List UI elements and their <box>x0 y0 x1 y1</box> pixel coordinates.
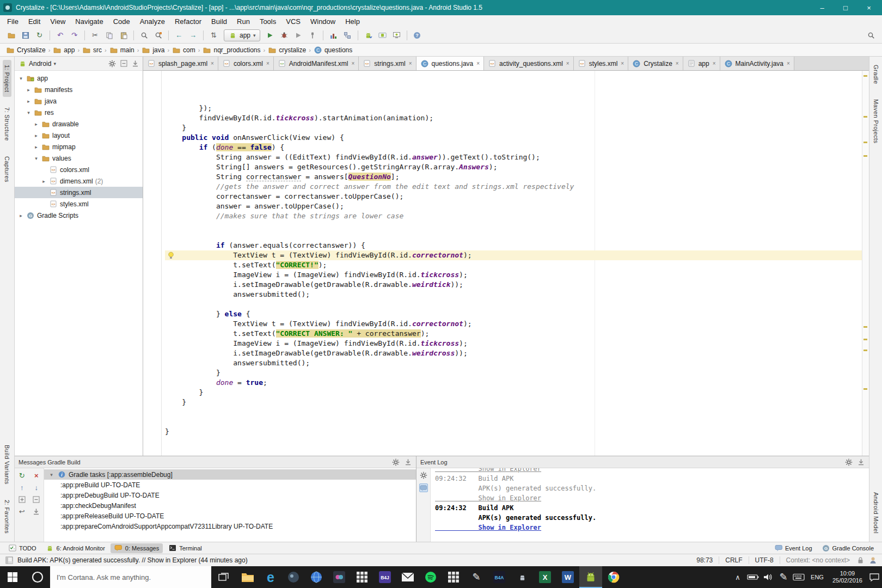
search-everywhere-icon[interactable] <box>864 29 878 42</box>
menu-window[interactable]: Window <box>305 16 340 27</box>
close-tab-icon[interactable]: × <box>566 60 569 66</box>
maximize-button[interactable]: □ <box>836 1 855 14</box>
breadcrumb-main[interactable]: main <box>108 45 136 55</box>
taskbar-b4a[interactable]: B4A <box>488 566 511 588</box>
taskbar-edge-browser[interactable]: e <box>259 566 282 588</box>
tab-splash-page-xml[interactable]: <>splash_page.xml× <box>143 57 218 70</box>
previous-occurrence-icon[interactable]: ↑ <box>17 483 26 492</box>
taskbar-app-grid[interactable] <box>351 566 373 588</box>
code-editor[interactable]: }); findViewById(R.id.tickcross).startAn… <box>143 71 869 456</box>
toolwindow-button-6-android-monitor[interactable]: 6: Android Monitor <box>42 543 109 553</box>
redo-icon[interactable]: ↷ <box>68 29 81 42</box>
tool-button-build-variants[interactable]: Build Variants <box>3 440 11 489</box>
warning-stripe-mark[interactable] <box>863 116 867 118</box>
event-log-entry[interactable]: Show in Explorer <box>435 493 865 503</box>
settings-gear-icon[interactable] <box>391 458 400 467</box>
replace-icon[interactable] <box>151 29 165 42</box>
toolwindow-button-terminal[interactable]: Terminal <box>164 543 206 553</box>
breadcrumb-nqr-productions[interactable]: nqr_productions <box>201 45 262 55</box>
keyboard-icon[interactable] <box>791 566 806 588</box>
event-log-entry[interactable]: Show in Explorer <box>435 523 865 532</box>
expand-arrow-icon[interactable]: ▸ <box>18 213 24 218</box>
menu-vcs[interactable]: VCS <box>281 16 305 27</box>
menu-view[interactable]: View <box>45 16 70 27</box>
build-task-row[interactable]: :app:prepareComAndroidSupportAppcompatV7… <box>44 521 416 531</box>
build-task-row[interactable]: :app:preBuild UP-TO-DATE <box>44 480 416 490</box>
stop-icon[interactable]: × <box>32 471 41 480</box>
copy-icon[interactable] <box>102 29 116 42</box>
taskbar-excel[interactable]: X <box>534 566 556 588</box>
warning-stripe-mark[interactable] <box>863 326 867 328</box>
warning-stripe-mark[interactable] <box>863 142 867 143</box>
tab-strings-xml[interactable]: <>strings.xml× <box>359 57 416 70</box>
menu-edit[interactable]: Edit <box>23 16 45 27</box>
undo-icon[interactable]: ↶ <box>53 29 67 42</box>
close-tab-icon[interactable]: × <box>621 60 624 66</box>
close-tab-icon[interactable]: × <box>713 60 716 66</box>
tab-app[interactable]: app× <box>683 57 720 70</box>
expand-arrow-icon[interactable]: ▾ <box>26 110 32 115</box>
forward-icon[interactable]: → <box>186 29 200 42</box>
synchronize-icon[interactable]: ↻ <box>33 29 46 42</box>
collapse-all-icon[interactable] <box>32 495 41 504</box>
tool-button-1-project[interactable]: 1: Project <box>3 60 11 97</box>
breadcrumb-java[interactable]: java <box>140 45 166 55</box>
build-task-row[interactable]: :app:preDebugBuild UP-TO-DATE <box>44 490 416 500</box>
tool-button-gradle[interactable]: Gradle <box>872 60 880 89</box>
tree-item-colors-xml[interactable]: <>colors.xml <box>15 164 143 175</box>
tree-item-app[interactable]: ▾app <box>15 72 143 84</box>
hide-panel-icon[interactable] <box>403 458 412 467</box>
tool-button-2-favorites[interactable]: 2: Favorites <box>3 495 11 538</box>
tab-questions-java[interactable]: Cquestions.java× <box>416 57 485 70</box>
run-configuration-select[interactable]: app ▾ <box>224 29 260 41</box>
avd-manager-icon[interactable] <box>376 29 389 42</box>
tool-button-captures[interactable]: Captures <box>3 151 11 187</box>
battery-icon[interactable] <box>745 566 761 588</box>
breadcrumb-src[interactable]: src <box>81 45 103 55</box>
event-log-entry[interactable]: Show in Explorer <box>435 468 865 474</box>
toolwindow-button-gradle-console[interactable]: GGradle Console <box>818 543 878 553</box>
lock-icon[interactable] <box>856 556 865 565</box>
tree-item-gradle-scripts[interactable]: ▸GGradle Scripts <box>15 210 143 221</box>
toolwindow-button-todo[interactable]: TODO <box>4 543 40 553</box>
menu-run[interactable]: Run <box>232 16 255 27</box>
tree-item-res[interactable]: ▾res <box>15 107 143 118</box>
expand-arrow-icon[interactable]: ▸ <box>41 179 47 184</box>
run-with-coverage-icon[interactable] <box>292 29 305 42</box>
cut-icon[interactable]: ✂ <box>88 29 102 42</box>
expand-arrow-icon[interactable]: ▸ <box>26 99 32 104</box>
taskbar-spotify[interactable] <box>419 566 442 588</box>
attach-debugger-icon[interactable] <box>306 29 320 42</box>
taskbar-android-studio[interactable] <box>579 566 602 588</box>
taskbar-calculator[interactable] <box>442 566 465 588</box>
balloon-icon[interactable] <box>419 483 428 492</box>
sort-icon[interactable]: ⇅ <box>207 29 220 42</box>
find-icon[interactable] <box>137 29 151 42</box>
help-icon[interactable]: ? <box>411 29 424 42</box>
hide-panel-icon[interactable] <box>131 59 139 68</box>
tool-button-7-structure[interactable]: 7: Structure <box>3 102 11 146</box>
soft-wrap-icon[interactable]: ↩ <box>17 507 26 516</box>
code-area[interactable]: }); findViewById(R.id.tickcross).startAn… <box>162 71 862 456</box>
editor-scrollbar[interactable] <box>862 71 869 456</box>
back-icon[interactable]: ← <box>172 29 186 42</box>
action-center-icon[interactable] <box>867 566 882 588</box>
tree-item-manifests[interactable]: ▸manifests <box>15 84 143 95</box>
expand-arrow-icon[interactable]: ▾ <box>48 472 54 477</box>
task-view-button[interactable] <box>211 566 236 588</box>
collapse-all-icon[interactable] <box>119 59 128 68</box>
inspections-profile-icon[interactable] <box>868 556 877 565</box>
close-tab-icon[interactable]: × <box>266 60 270 66</box>
minimize-button[interactable]: – <box>812 1 832 14</box>
taskbar-chrome[interactable] <box>602 566 625 588</box>
tool-button-maven-projects[interactable]: Maven Projects <box>872 94 880 148</box>
toolwindow-button-event-log[interactable]: Event Log <box>770 543 816 553</box>
cortana-search-box[interactable]: I'm Cortana. Ask me anything. <box>50 566 211 588</box>
breadcrumb-crystalize[interactable]: Crystalize <box>4 45 47 55</box>
warning-stripe-mark[interactable] <box>863 350 867 351</box>
expand-arrow-icon[interactable]: ▾ <box>18 76 24 81</box>
taskbar-notes[interactable]: ✎ <box>465 566 488 588</box>
start-button[interactable] <box>0 566 25 588</box>
rerun-icon[interactable]: ↻ <box>17 471 26 480</box>
taskbar-mail[interactable] <box>396 566 419 588</box>
